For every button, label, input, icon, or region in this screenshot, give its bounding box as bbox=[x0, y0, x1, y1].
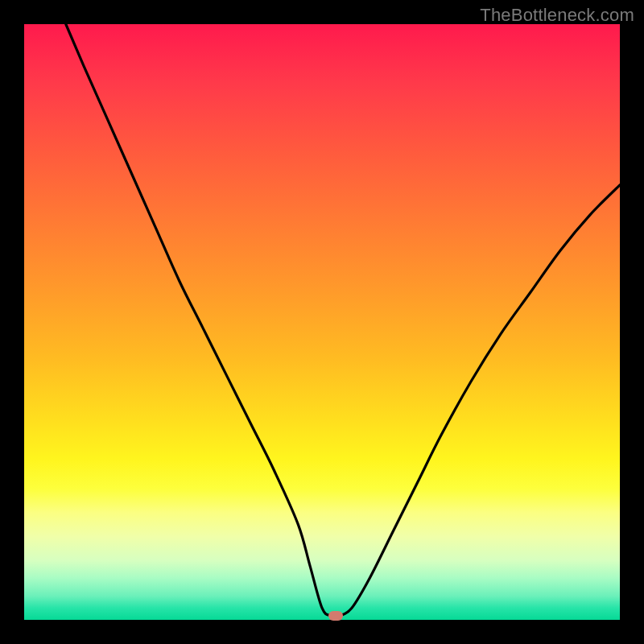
chart-frame: TheBottleneck.com bbox=[0, 0, 644, 644]
optimum-marker bbox=[328, 611, 343, 621]
bottleneck-curve bbox=[24, 24, 620, 620]
watermark-text: TheBottleneck.com bbox=[480, 5, 634, 26]
plot-area bbox=[24, 24, 620, 620]
